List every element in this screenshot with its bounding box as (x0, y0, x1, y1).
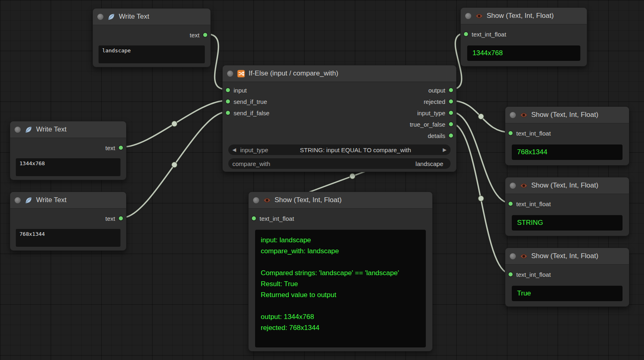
port-label: send_if_true (234, 98, 267, 105)
display-value: STRING (512, 215, 623, 231)
input-port-dot[interactable] (226, 88, 230, 92)
input-port-dot[interactable] (252, 216, 256, 220)
write-text-node-top[interactable]: Write Text text landscape (92, 8, 211, 67)
link-true-or-false-to-show (451, 123, 510, 274)
input-port-dot[interactable] (509, 131, 513, 135)
output-port-dot[interactable] (119, 216, 123, 220)
input-type-combo-widget[interactable]: ◀ input_type STRING: input EQUAL TO comp… (228, 144, 451, 155)
node-header[interactable]: Write Text (93, 9, 210, 25)
collapse-dot[interactable] (15, 197, 21, 203)
input-port-dot[interactable] (509, 272, 513, 276)
collapse-dot[interactable] (465, 13, 471, 19)
display-value: True (512, 286, 623, 301)
show-node-rejected[interactable]: Show (Text, Int, Float) text_int_float 7… (505, 106, 629, 166)
if-else-node[interactable]: If-Else (input / compare_with) input sen… (222, 65, 457, 172)
input-port-dot[interactable] (226, 99, 230, 103)
show-node-details[interactable]: Show (Text, Int, Float) text_int_float i… (248, 192, 433, 351)
combo-prev-arrow-icon[interactable]: ◀ (232, 144, 236, 155)
combo-next-arrow-icon[interactable]: ▶ (443, 144, 447, 155)
node-header[interactable]: Show (Text, Int, Float) (505, 107, 629, 123)
write-text-node-mid[interactable]: Write Text text 1344x768 (10, 121, 127, 180)
widget-value: landscape (270, 160, 447, 167)
text-input[interactable]: landscape (99, 45, 205, 63)
show-node-output[interactable]: Show (Text, Int, Float) text_int_float 1… (460, 7, 587, 67)
collapse-dot[interactable] (510, 112, 516, 118)
node-header[interactable]: Show (Text, Int, Float) (505, 177, 629, 194)
output-port-dot[interactable] (449, 122, 453, 126)
compare-with-widget[interactable]: compare_with landscape (228, 158, 451, 169)
output-port-dot[interactable] (203, 33, 207, 37)
show-node-true-or-false[interactable]: Show (Text, Int, Float) text_int_float T… (505, 248, 629, 307)
output-port-dot[interactable] (449, 111, 453, 115)
port-label: text_int_float (516, 271, 551, 278)
collapse-dot[interactable] (97, 14, 103, 20)
port-label: text_int_float (260, 215, 294, 222)
output-port-true-or-false: true_or_false (339, 119, 456, 130)
input-port-text-int-float: text_int_float (461, 28, 587, 40)
link-writetext-mid-to-send-if-true (123, 101, 226, 147)
collapse-dot[interactable] (510, 183, 516, 189)
port-label: text (190, 32, 200, 39)
node-title: Show (Text, Int, Float) (487, 12, 554, 20)
node-graph-canvas[interactable]: Write Text text landscape Write Text tex… (0, 0, 644, 360)
node-header[interactable]: Write Text (10, 192, 126, 209)
node-title: Write Text (119, 13, 149, 21)
output-port-dot[interactable] (449, 99, 453, 103)
eye-icon (263, 196, 271, 204)
write-text-node-bottom[interactable]: Write Text text 768x1344 (10, 192, 127, 251)
output-port-details: details (339, 130, 456, 141)
output-port-text: text (93, 29, 210, 41)
output-port-dot[interactable] (449, 134, 453, 138)
collapse-dot[interactable] (253, 197, 259, 203)
link-writetext-bottom-to-send-if-false (123, 112, 226, 218)
collapse-dot[interactable] (510, 253, 516, 259)
port-label: text_int_float (472, 31, 506, 38)
widget-label: compare_with (232, 160, 270, 167)
output-port-dot[interactable] (119, 146, 123, 150)
input-port-text-int-float: text_int_float (505, 269, 629, 280)
output-port-input-type: input_type (339, 107, 456, 119)
input-port-dot[interactable] (464, 32, 468, 36)
ports: input send_if_true send_if_false output … (223, 84, 456, 141)
display-value: 1344x768 (467, 45, 580, 61)
input-port-dot[interactable] (226, 111, 230, 115)
node-title: Show (Text, Int, Float) (275, 196, 341, 204)
node-title: Write Text (36, 125, 67, 134)
port-label: text (105, 215, 115, 222)
collapse-dot[interactable] (227, 71, 233, 77)
node-header[interactable]: Write Text (10, 121, 126, 138)
output-port-output: output (339, 84, 456, 96)
node-title: Show (Text, Int, Float) (531, 111, 598, 119)
text-input[interactable]: 1344x768 (16, 158, 120, 176)
node-header[interactable]: If-Else (input / compare_with) (223, 65, 456, 82)
text-input[interactable]: 768x1344 (16, 229, 120, 247)
input-port-text-int-float: text_int_float (249, 213, 432, 224)
shuffle-icon (237, 69, 245, 78)
node-header[interactable]: Show (Text, Int, Float) (249, 192, 432, 209)
feather-icon (24, 196, 32, 204)
port-label: input (234, 87, 247, 94)
link-input-type-to-show (451, 112, 510, 203)
input-port-input: input (223, 84, 330, 96)
eye-icon (519, 181, 528, 190)
combo-label: input_type (240, 147, 268, 153)
output-port-dot[interactable] (449, 88, 453, 92)
output-port-rejected: rejected (339, 96, 456, 107)
node-title: If-Else (input / compare_with) (249, 69, 338, 78)
feather-icon (24, 125, 32, 134)
port-label: text_int_float (516, 130, 551, 137)
show-node-input-type[interactable]: Show (Text, Int, Float) text_int_float S… (505, 177, 629, 236)
node-header[interactable]: Show (Text, Int, Float) (461, 8, 587, 24)
output-port-text: text (10, 142, 126, 153)
eye-icon (519, 252, 528, 260)
port-label: input_type (417, 110, 445, 116)
input-port-text-int-float: text_int_float (505, 127, 629, 139)
port-label: rejected (424, 98, 445, 105)
input-port-dot[interactable] (509, 202, 513, 206)
link-midpoint-dot (350, 173, 355, 179)
feather-icon (107, 13, 115, 21)
port-label: output (428, 87, 445, 94)
collapse-dot[interactable] (15, 127, 21, 133)
display-details: input: landscape compare_with: landscape… (255, 230, 426, 347)
node-header[interactable]: Show (Text, Int, Float) (505, 248, 629, 265)
